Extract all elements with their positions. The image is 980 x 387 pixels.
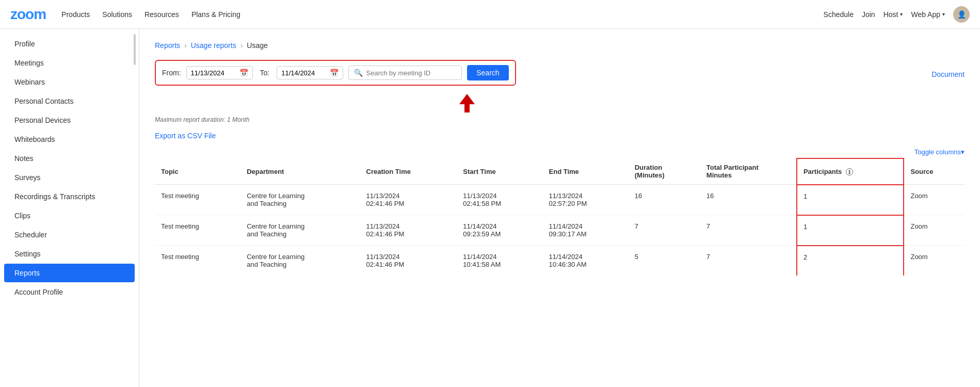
user-avatar[interactable]: 👤 <box>953 6 970 23</box>
sidebar-item-label: Recordings & Transcripts <box>14 192 95 201</box>
sidebar-item-label: Whiteboards <box>14 135 55 143</box>
to-date-input[interactable]: 📅 <box>277 66 343 79</box>
cell-duration: 16 <box>629 185 700 215</box>
sidebar-item-personal-devices[interactable]: Personal Devices <box>4 111 135 130</box>
sidebar-item-surveys[interactable]: Surveys <box>4 168 135 187</box>
cell-participants[interactable]: 2 <box>797 246 904 276</box>
col-total-participant-minutes: Total ParticipantMinutes <box>700 158 797 185</box>
cell-participants[interactable]: 1 <box>797 185 904 215</box>
cell-topic: Test meeting <box>155 185 240 215</box>
export-csv-link[interactable]: Export as CSV File <box>155 132 216 140</box>
from-date-field[interactable] <box>191 69 237 77</box>
col-topic: Topic <box>155 158 240 185</box>
cell-department: Centre for Learning and Teaching <box>240 246 360 276</box>
table-header: Topic Department Creation Time Start Tim… <box>155 158 965 185</box>
breadcrumb-reports[interactable]: Reports <box>155 41 180 50</box>
nav-pricing[interactable]: Plans & Pricing <box>191 10 240 19</box>
cell-end-time: 11/13/2024 02:57:20 PM <box>543 185 629 215</box>
main-content: Reports › Usage reports › Usage Document… <box>139 29 980 387</box>
cell-total-participant-minutes: 16 <box>700 185 797 215</box>
sidebar-item-webinars[interactable]: Webinars <box>4 73 135 91</box>
nav-solutions[interactable]: Solutions <box>102 10 132 19</box>
host-chevron-icon: ▾ <box>900 11 903 17</box>
search-input-wrap: 🔍 <box>348 66 462 80</box>
cell-topic: Test meeting <box>155 215 240 246</box>
to-label: To: <box>260 69 270 77</box>
webapp-chevron-icon: ▾ <box>942 11 945 17</box>
host-label: Host <box>883 10 898 19</box>
sidebar-item-clips[interactable]: Clips <box>4 206 135 225</box>
cell-source: Zoom <box>904 215 965 246</box>
cell-participants[interactable]: 1 <box>797 215 904 246</box>
col-end-time: End Time <box>543 158 629 185</box>
search-icon: 🔍 <box>354 69 363 77</box>
from-date-input[interactable]: 📅 <box>186 66 253 79</box>
col-start-time: Start Time <box>457 158 542 185</box>
webapp-dropdown[interactable]: Web App ▾ <box>911 10 945 19</box>
sidebar-item-label: Clips <box>14 212 30 220</box>
webapp-label: Web App <box>911 10 940 19</box>
sidebar-item-label: Personal Devices <box>14 116 71 124</box>
nav-schedule[interactable]: Schedule <box>824 10 854 19</box>
search-button[interactable]: Search <box>467 65 508 80</box>
col-source: Source <box>904 158 965 185</box>
nav-right: Schedule Join Host ▾ Web App ▾ 👤 <box>824 6 970 23</box>
search-input[interactable] <box>366 69 456 77</box>
sidebar-item-recordings[interactable]: Recordings & Transcripts <box>4 187 135 206</box>
cell-end-time: 11/14/2024 10:46:30 AM <box>543 246 629 276</box>
sidebar-item-personal-contacts[interactable]: Personal Contacts <box>4 92 135 110</box>
sidebar-item-profile[interactable]: Profile <box>4 35 135 53</box>
svg-marker-0 <box>459 94 475 112</box>
cell-duration: 7 <box>629 215 700 246</box>
table-header-row: Topic Department Creation Time Start Tim… <box>155 158 965 185</box>
scroll-indicator <box>134 34 136 65</box>
cell-creation-time: 11/13/2024 02:41:46 PM <box>360 215 457 246</box>
sidebar-item-label: Surveys <box>14 173 41 182</box>
sidebar-item-whiteboards[interactable]: Whiteboards <box>4 130 135 149</box>
table-row: Test meeting Centre for Learning and Tea… <box>155 215 965 246</box>
cell-start-time: 11/14/2024 09:23:59 AM <box>457 215 542 246</box>
to-calendar-icon[interactable]: 📅 <box>330 69 339 77</box>
sidebar-item-label: Profile <box>14 40 35 48</box>
sidebar-item-account-profile[interactable]: Account Profile <box>4 283 135 301</box>
breadcrumb-usage-reports[interactable]: Usage reports <box>191 41 236 50</box>
cell-total-participant-minutes: 7 <box>700 215 797 246</box>
sidebar: Profile Meetings Webinars Personal Conta… <box>0 29 139 387</box>
sidebar-item-scheduler[interactable]: Scheduler <box>4 225 135 244</box>
breadcrumb-sep-2: › <box>240 41 243 50</box>
cell-creation-time: 11/13/2024 02:41:46 PM <box>360 185 457 215</box>
toggle-columns-button[interactable]: Toggle columns▾ <box>914 148 965 156</box>
breadcrumb-sep-1: › <box>184 41 187 50</box>
col-participants: Participants ℹ <box>797 158 904 185</box>
sidebar-item-reports[interactable]: Reports <box>4 264 135 282</box>
col-creation-time: Creation Time <box>360 158 457 185</box>
cell-source: Zoom <box>904 185 965 215</box>
arrow-icon <box>459 94 475 112</box>
host-dropdown[interactable]: Host ▾ <box>883 10 903 19</box>
cell-creation-time: 11/13/2024 02:41:46 PM <box>360 246 457 276</box>
sidebar-item-settings[interactable]: Settings <box>4 245 135 263</box>
nav-join[interactable]: Join <box>862 10 875 19</box>
participants-info-icon[interactable]: ℹ <box>846 168 853 175</box>
filter-bar-wrapper: From: 📅 To: 📅 🔍 Search <box>155 60 965 90</box>
sidebar-item-notes[interactable]: Notes <box>4 149 135 168</box>
nav-products[interactable]: Products <box>61 10 90 19</box>
nav-resources[interactable]: Resources <box>144 10 179 19</box>
table-row: Test meeting Centre for Learning and Tea… <box>155 185 965 215</box>
cell-start-time: 11/14/2024 10:41:58 AM <box>457 246 542 276</box>
from-label: From: <box>162 69 181 77</box>
filter-bar: From: 📅 To: 📅 🔍 Search <box>155 60 516 86</box>
sidebar-item-label: Settings <box>14 250 41 258</box>
cell-total-participant-minutes: 7 <box>700 246 797 276</box>
sidebar-item-label: Notes <box>14 154 34 163</box>
sidebar-item-label: Webinars <box>14 78 45 86</box>
breadcrumb: Reports › Usage reports › Usage <box>155 41 965 50</box>
max-duration-text: Maximum report duration: 1 Month <box>155 116 965 123</box>
zoom-logo[interactable]: zoom <box>10 6 46 23</box>
usage-table: Topic Department Creation Time Start Tim… <box>155 158 965 276</box>
document-link[interactable]: Document <box>931 70 965 78</box>
sidebar-item-meetings[interactable]: Meetings <box>4 54 135 72</box>
cell-end-time: 11/14/2024 09:30:17 AM <box>543 215 629 246</box>
from-calendar-icon[interactable]: 📅 <box>239 69 248 77</box>
to-date-field[interactable] <box>281 69 328 77</box>
